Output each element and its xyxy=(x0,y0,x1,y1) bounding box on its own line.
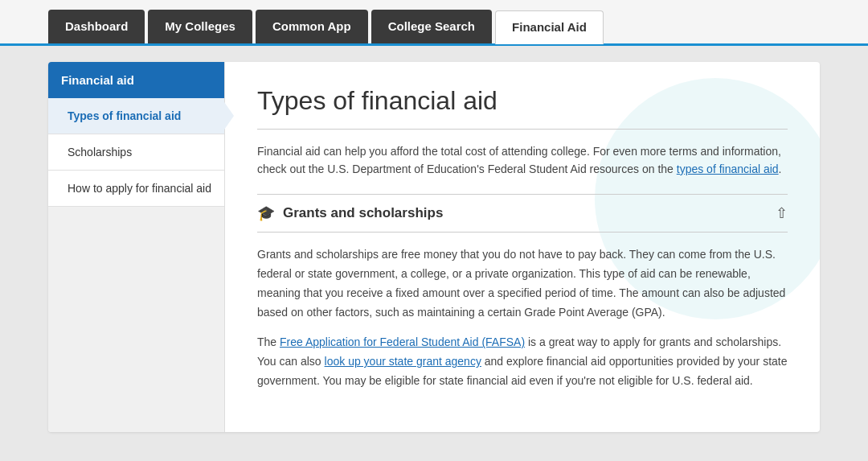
grants-scholarships-header-left: 🎓 Grants and scholarships xyxy=(257,204,443,222)
page-title: Types of financial aid xyxy=(257,86,788,116)
grants-scholarships-title: Grants and scholarships xyxy=(283,205,443,221)
top-navigation: Dashboard My Colleges Common App College… xyxy=(0,0,868,46)
state-grant-agency-link[interactable]: look up your state grant agency xyxy=(325,355,481,368)
fafsa-link[interactable]: Free Application for Federal Student Aid… xyxy=(280,335,525,348)
intro-paragraph: Financial aid can help you afford the to… xyxy=(257,142,788,179)
grants-icon: 🎓 xyxy=(257,204,275,222)
tab-financial-aid[interactable]: Financial Aid xyxy=(495,10,604,44)
chevron-up-icon: ⇧ xyxy=(776,204,788,222)
grants-body-paragraph1: Grants and scholarships are free money t… xyxy=(257,245,788,322)
grants-scholarships-body: Grants and scholarships are free money t… xyxy=(257,245,788,391)
sidebar: Financial aid Types of financial aid Sch… xyxy=(48,62,225,432)
sidebar-item-scholarships[interactable]: Scholarships xyxy=(48,134,224,171)
tab-my-colleges[interactable]: My Colleges xyxy=(148,10,252,43)
grants-scholarships-section-header[interactable]: 🎓 Grants and scholarships ⇧ xyxy=(257,194,788,233)
main-content: Types of financial aid Financial aid can… xyxy=(225,62,820,432)
content-card: Financial aid Types of financial aid Sch… xyxy=(48,62,820,432)
sidebar-item-types-of-financial-aid[interactable]: Types of financial aid xyxy=(48,98,224,134)
main-wrapper: Financial aid Types of financial aid Sch… xyxy=(0,46,868,448)
tab-common-app[interactable]: Common App xyxy=(256,10,368,43)
sidebar-item-how-to-apply[interactable]: How to apply for financial aid xyxy=(48,171,224,207)
tab-dashboard[interactable]: Dashboard xyxy=(48,10,145,43)
title-divider xyxy=(257,129,788,130)
sidebar-header[interactable]: Financial aid xyxy=(48,62,224,98)
tab-college-search[interactable]: College Search xyxy=(371,10,492,43)
types-of-financial-aid-link[interactable]: types of financial aid xyxy=(677,163,779,175)
intro-period: . xyxy=(779,163,782,175)
body2-prefix: The xyxy=(257,335,276,348)
grants-body-paragraph2: The Free Application for Federal Student… xyxy=(257,333,788,390)
